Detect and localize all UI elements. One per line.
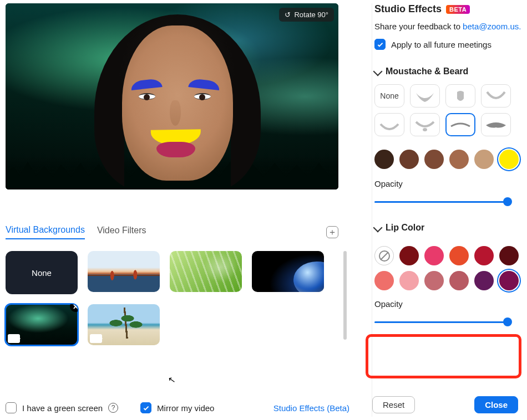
rotate-icon: ↺ bbox=[285, 11, 291, 19]
mirror-video-label: Mirror my video bbox=[157, 403, 214, 413]
lip-color-none[interactable] bbox=[374, 246, 394, 265]
beta-badge: BETA bbox=[446, 5, 470, 14]
rotate-label: Rotate 90° bbox=[294, 11, 328, 19]
lip-color-swatch[interactable] bbox=[449, 271, 469, 290]
beard-color-swatch[interactable] bbox=[424, 150, 444, 169]
vbg-option-none[interactable]: None bbox=[6, 251, 78, 294]
beard-style-6[interactable] bbox=[445, 113, 475, 136]
vbg-option-earth[interactable] bbox=[252, 251, 324, 292]
lip-color-swatch[interactable] bbox=[474, 246, 494, 265]
moustache-beard-label: Moustache & Beard bbox=[386, 66, 468, 76]
beard-style-5[interactable] bbox=[410, 113, 440, 136]
beard-opacity-slider[interactable] bbox=[374, 198, 508, 206]
chevron-down-icon bbox=[373, 67, 383, 76]
vbg-option-beach[interactable] bbox=[88, 304, 160, 345]
lip-color-swatch[interactable] bbox=[499, 271, 519, 290]
tab-virtual-backgrounds[interactable]: Virtual Backgrounds bbox=[6, 225, 85, 239]
green-screen-checkbox[interactable] bbox=[6, 402, 17, 413]
beard-color-swatch[interactable] bbox=[449, 150, 469, 169]
vbg-option-grass[interactable] bbox=[170, 251, 242, 292]
rotate-button[interactable]: ↺ Rotate 90° bbox=[279, 8, 334, 22]
cursor-icon: ↖ bbox=[167, 374, 176, 386]
beard-style-2[interactable] bbox=[445, 84, 475, 107]
beard-style-none[interactable]: None bbox=[374, 84, 404, 107]
lip-color-label: Lip Color bbox=[386, 223, 424, 233]
feedback-email-link[interactable]: beta@zoom.us. bbox=[463, 22, 521, 31]
vbg-none-label: None bbox=[32, 268, 52, 278]
apply-all-checkbox[interactable] bbox=[374, 39, 386, 50]
beard-color-swatch[interactable] bbox=[374, 150, 394, 169]
lip-color-swatch[interactable] bbox=[374, 271, 394, 290]
chevron-down-icon bbox=[373, 223, 383, 233]
close-button[interactable]: Close bbox=[474, 396, 518, 413]
beard-color-swatch[interactable] bbox=[399, 150, 419, 169]
lip-color-swatch[interactable] bbox=[399, 271, 419, 290]
lip-color-swatch[interactable] bbox=[474, 271, 494, 290]
lip-opacity-label: Opacity bbox=[374, 299, 523, 309]
moustache-beard-toggle[interactable]: Moustache & Beard bbox=[374, 66, 523, 76]
lip-color-swatch[interactable] bbox=[424, 246, 444, 265]
share-feedback-text: Share your feedback to bbox=[374, 22, 460, 31]
svg-line-2 bbox=[381, 252, 388, 260]
reset-button[interactable]: Reset bbox=[372, 396, 415, 413]
camera-icon bbox=[8, 334, 20, 343]
lip-color-toggle[interactable]: Lip Color bbox=[374, 223, 523, 233]
camera-icon bbox=[90, 334, 102, 343]
video-preview: ↺ Rotate 90° bbox=[6, 3, 338, 189]
virtual-backgrounds-grid: None ✕ bbox=[6, 251, 336, 345]
tab-video-filters[interactable]: Video Filters bbox=[97, 226, 146, 239]
lip-color-row bbox=[374, 246, 523, 290]
studio-effects-link[interactable]: Studio Effects (Beta) bbox=[273, 403, 349, 413]
svg-point-0 bbox=[423, 128, 427, 131]
apply-all-label: Apply to all future meetings bbox=[391, 40, 491, 49]
vbg-option-golden-gate[interactable] bbox=[88, 251, 160, 292]
green-screen-label: I have a green screen bbox=[22, 403, 103, 413]
vbg-option-aurora[interactable]: ✕ bbox=[6, 304, 78, 345]
plus-icon: ＋ bbox=[328, 227, 337, 238]
beard-color-row bbox=[374, 150, 523, 169]
panel-title: Studio Effects bbox=[374, 3, 442, 15]
add-background-button[interactable]: ＋ bbox=[326, 226, 338, 238]
beard-style-1[interactable] bbox=[410, 84, 440, 107]
beard-style-7[interactable] bbox=[481, 113, 511, 136]
scrollbar[interactable] bbox=[343, 251, 347, 340]
mirror-video-checkbox[interactable] bbox=[140, 402, 151, 413]
remove-background-button[interactable]: ✕ bbox=[70, 304, 78, 312]
lip-color-swatch[interactable] bbox=[499, 246, 519, 265]
lip-opacity-slider[interactable] bbox=[374, 319, 508, 326]
lip-color-swatch[interactable] bbox=[399, 246, 419, 265]
lip-color-swatch[interactable] bbox=[424, 271, 444, 290]
help-icon[interactable]: ? bbox=[108, 403, 118, 413]
beard-opacity-label: Opacity bbox=[374, 179, 523, 188]
beard-style-grid: None bbox=[374, 84, 523, 136]
lip-color-swatch[interactable] bbox=[449, 246, 469, 265]
beard-color-swatch[interactable] bbox=[474, 150, 494, 169]
beard-color-swatch[interactable] bbox=[499, 150, 519, 169]
beard-style-3[interactable] bbox=[481, 84, 511, 107]
beard-style-4[interactable] bbox=[374, 113, 404, 136]
